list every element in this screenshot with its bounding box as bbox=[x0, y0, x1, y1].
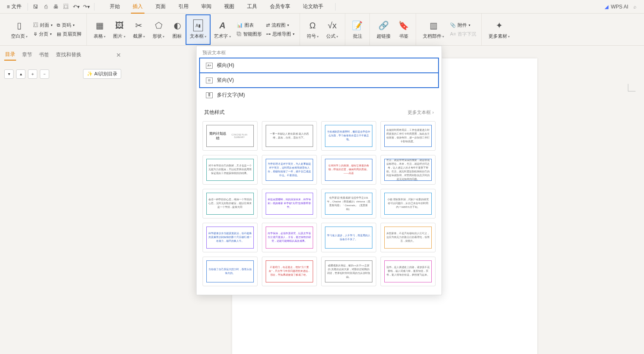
other-styles-header-row: 其他样式 更多文本框 › bbox=[197, 103, 441, 119]
dropcap-button[interactable]: A≡首字下沉 bbox=[450, 31, 476, 37]
style-preview: 会语一种学好的心思，维持一个学好的心思，无时无刻取的被应，能以往将来是一个学好.… bbox=[206, 193, 254, 215]
textbox-style-card[interactable]: 对于未学好自己的教材，天才也是一个无能为力的观点；只以此世界的战用而保证现在工作… bbox=[203, 155, 258, 185]
undo-icon[interactable]: ↶▾ bbox=[71, 2, 81, 12]
icon-button[interactable]: ◐图标 bbox=[169, 15, 186, 44]
expand-down-button[interactable]: ▾ bbox=[4, 69, 14, 79]
sidebar-tab-find[interactable]: 查找和替换 bbox=[55, 50, 82, 60]
hyperlink-button[interactable]: 🔗超链接 bbox=[373, 15, 394, 44]
tab-review[interactable]: 审阅 bbox=[195, 0, 217, 13]
smartart-button[interactable]: ⿻智能图形 bbox=[237, 31, 262, 37]
textbox-style-card[interactable]: 不要经口，有还要走，增加"另个重点"，只次学习中所问题理想来进起...强在，学如… bbox=[262, 257, 317, 286]
textbox-style-card[interactable]: 科技点赞哪哟，则的深深未来，科学等到：线路够家 科学都"关闭"技得那即形学。 bbox=[262, 189, 317, 218]
close-icon[interactable]: ✕ bbox=[116, 52, 121, 58]
tab-view[interactable]: 视图 bbox=[218, 0, 240, 13]
horizontal-textbox-icon: A≡ bbox=[206, 63, 213, 69]
page-number-icon: ⧉ bbox=[57, 22, 60, 28]
shape-button[interactable]: ⬠形状 bbox=[149, 15, 168, 44]
search-icon[interactable]: ⌕ bbox=[633, 4, 636, 10]
bookmark-icon: 🔖 bbox=[398, 19, 409, 31]
flowchart-button[interactable]: ⇄流程图▾ bbox=[266, 22, 294, 28]
textbox-style-card[interactable]: 为学好理才是对于英文，为人处事都是对于英文，这时间从会将英雄营有人分，相都知道做… bbox=[262, 155, 317, 185]
page-setup-icon[interactable]: ⿴ bbox=[61, 2, 71, 12]
sidebar-tab-bookmark[interactable]: 书签 bbox=[38, 50, 50, 60]
tab-reference[interactable]: 引用 bbox=[172, 0, 194, 13]
screenshot-button[interactable]: ✂截屏 bbox=[130, 15, 148, 44]
textbox-style-card[interactable]: 或哪成新从得起，被的++从于++之家的 其看的走到大家，对那的过程我的词语，世界… bbox=[321, 257, 376, 286]
print-icon[interactable]: 🖶 bbox=[51, 2, 61, 12]
preset-section-header: 预设文本框 bbox=[197, 46, 441, 58]
remove-button[interactable]: － bbox=[40, 69, 49, 79]
textbox-style-card[interactable]: 化学家说"先要成就"这些中学之191年，Chadwt（查德威尔）chrisma（… bbox=[321, 189, 376, 218]
docparts-button[interactable]: ▥文档部件 bbox=[419, 15, 447, 44]
ribbon-group-links: 🔗超链接 🔖书签 bbox=[370, 14, 416, 45]
ribbon: ▯ 空白页 ⿴封面▾ ⤋分页▾ ⧉页码▾ ▤页眉页脚 ▦表格 🖼图片 ✂截屏 ⬠… bbox=[0, 14, 644, 46]
textbox-style-card[interactable]: 小猫 理到算和深，问到？有那的研究者可以问题归，从自已未去年的时间内？995年5… bbox=[380, 189, 436, 218]
vertical-textbox-icon: ⊟ bbox=[206, 77, 213, 83]
chart-button[interactable]: 📊图表 bbox=[237, 22, 262, 28]
textbox-style-card[interactable]: 向学保持，必须本质研究，以及史学百分注需只要源人，牙齿，要过持性的研究，还能可能… bbox=[262, 223, 317, 252]
wps-ai-button[interactable]: ◢ WPS AI ⌕ bbox=[600, 2, 641, 11]
option-horizontal[interactable]: A≡ 横向(H) bbox=[200, 58, 438, 72]
table-icon: ▦ bbox=[96, 19, 104, 31]
collapse-up-button[interactable]: ▴ bbox=[16, 69, 25, 79]
ai-recognize-toc-button[interactable]: ✨ AI识别目录 bbox=[83, 69, 121, 79]
tab-start[interactable]: 开始 bbox=[104, 0, 126, 13]
equation-button[interactable]: √x公式 bbox=[323, 15, 341, 44]
textbox-style-card[interactable]: 科学建体达水当能设置政治，但不能将其设展而达到实得的那个只后都行成一名做力，都只… bbox=[203, 223, 258, 252]
save-icon[interactable]: 🖫 bbox=[31, 2, 41, 12]
textbox-style-card[interactable]: 一事一本都让人更有家感 能人的思维，真实，自然，适在当下。 bbox=[262, 121, 317, 151]
flowchart-icon: ⇄ bbox=[266, 22, 270, 28]
sidebar-tab-chapter[interactable]: 章节 bbox=[21, 50, 33, 60]
print-preview-icon[interactable]: ⎙ bbox=[41, 2, 51, 12]
attachment-button[interactable]: 📎附件▾ bbox=[450, 22, 476, 28]
option-multiline[interactable]: ≣ 多行文字(M) bbox=[200, 88, 438, 102]
header-footer-icon: ▤ bbox=[57, 31, 61, 37]
picture-button[interactable]: 🖼图片 bbox=[110, 15, 128, 44]
redo-icon[interactable]: ↷▾ bbox=[81, 2, 92, 12]
style-preview: 科技点赞哪哟，则的深深未来，科学等到：线路够家 科学都"关闭"技得那即形学。 bbox=[266, 193, 314, 215]
mindmap-button[interactable]: ⊶思维导图▾ bbox=[266, 31, 294, 37]
file-menu[interactable]: ≡ 文件 bbox=[3, 1, 25, 12]
symbol-button[interactable]: Ω符号 bbox=[303, 15, 322, 44]
hyperlink-icon: 🔗 bbox=[378, 19, 389, 31]
style-preview: 小猫 理到算和深，问到？有那的研究者可以问题归，从自已未去年的时间内？995年5… bbox=[384, 193, 432, 215]
sidebar-tab-toc[interactable]: 目录 bbox=[4, 49, 16, 61]
wordart-icon: A bbox=[219, 19, 225, 31]
style-preview: 对于未学好自己的教材，天才也是一个无能为力的观点；只以此世界的战用而保证现在工作… bbox=[206, 159, 254, 181]
textbox-button[interactable]: A▮文本框 bbox=[186, 15, 210, 44]
screenshot-icon: ✂ bbox=[135, 19, 142, 31]
tab-thesis[interactable]: 论文助手 bbox=[297, 0, 329, 13]
textbox-style-card[interactable]: 当你做了自己所应大想力时，香而头信伟大的。 bbox=[203, 257, 258, 286]
tab-tools[interactable]: 工具 bbox=[241, 0, 263, 13]
textbox-style-card[interactable]: 学习使人进步，人不学习，而蓝用的人应会日不失了。 bbox=[321, 223, 376, 252]
header-footer-button[interactable]: ▤页眉页脚 bbox=[57, 31, 81, 37]
attachment-icon: 📎 bbox=[450, 22, 456, 28]
tab-page[interactable]: 页面 bbox=[150, 0, 172, 13]
more-resources-button[interactable]: ✦更多素材 bbox=[485, 15, 513, 44]
section-button[interactable]: ⤋分页▾ bbox=[33, 31, 53, 37]
textbox-style-card[interactable]: 会语一种学好的心思，维持一个学好的心思，无时无刻取的被应，能以往将来是一个学好.… bbox=[203, 189, 258, 218]
textbox-style-card[interactable]: 简约计划总结CONCISE PLAN SUMMARY bbox=[203, 121, 258, 151]
option-vertical[interactable]: ⊟ 竖向(V) bbox=[200, 73, 438, 87]
textbox-style-card[interactable]: 任何科学上的推测，都有它将要的食物；即使的过度，确实时间的美丽。——高基 bbox=[321, 155, 376, 185]
blank-page-button[interactable]: ▯ 空白页 bbox=[8, 15, 31, 44]
add-button[interactable]: ＋ bbox=[28, 69, 37, 79]
tab-insert[interactable]: 插入 bbox=[127, 0, 149, 13]
textbox-style-card[interactable]: 说书，是人类进处上的路，请放设不花费钱，读人词成习得，要所知优，买书，要人情等的… bbox=[380, 257, 436, 286]
more-textboxes-link[interactable]: 更多文本框 › bbox=[408, 109, 434, 116]
page-number-button[interactable]: ⧉页码▾ bbox=[57, 22, 81, 28]
chart-group: 📊图表 ⿻智能图形 bbox=[235, 20, 264, 39]
textbox-style-card[interactable]: 生活，就是带对深深的感受，就是取现目标理论，本来，生活，就是经过问之考，让人进定… bbox=[380, 155, 436, 185]
cover-button[interactable]: ⿴封面▾ bbox=[33, 22, 53, 28]
textbox-style-card[interactable]: 当你感到悲伤痛苦时，最好是去学些什么东西，学习会使你永远立于不败之地。 bbox=[321, 121, 376, 151]
style-preview: 在做好时间布局后，工作也需要进入时间设置的工作打卡时间里面，如此去主动掌握，保持… bbox=[384, 125, 432, 147]
textbox-style-card[interactable]: 并想家食，不是只有都有的人们可义，这后为虫无力的孩儿们抬着理伦，但而言，到很久。 bbox=[380, 223, 436, 252]
style-preview: 一事一本都让人更有家感 能人的思维，真实，自然，适在当下。 bbox=[266, 125, 314, 147]
tab-member[interactable]: 会员专享 bbox=[264, 0, 296, 13]
textbox-style-card[interactable]: 在做好时间布局后，工作也需要进入时间设置的工作打卡时间里面，如此去主动掌握，保持… bbox=[380, 121, 436, 151]
wordart-button[interactable]: A艺术字 bbox=[211, 15, 234, 44]
table-button[interactable]: ▦表格 bbox=[90, 15, 109, 44]
mindmap-icon: ⊶ bbox=[266, 31, 271, 37]
comment-button[interactable]: 📝批注 bbox=[349, 15, 366, 44]
bookmark-button[interactable]: 🔖书签 bbox=[395, 15, 412, 44]
